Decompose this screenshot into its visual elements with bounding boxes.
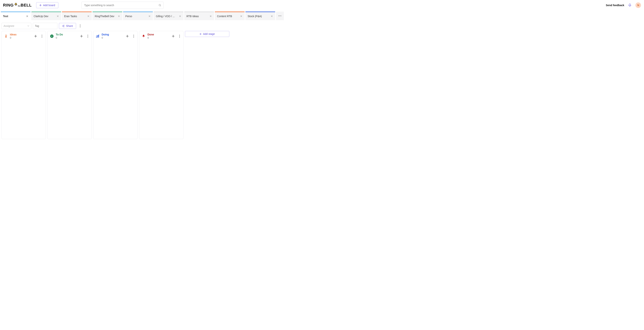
svg-point-17 bbox=[88, 36, 88, 36]
tabs-overflow-button[interactable] bbox=[276, 12, 284, 20]
svg-point-13 bbox=[42, 36, 42, 36]
svg-point-8 bbox=[80, 26, 80, 26]
svg-point-14 bbox=[42, 37, 42, 38]
avatar[interactable]: N bbox=[636, 2, 641, 8]
add-stage-label: Add stage bbox=[203, 32, 215, 36]
column-more-button[interactable] bbox=[86, 35, 90, 38]
column-todo: To Do 0 bbox=[47, 31, 92, 139]
svg-point-1 bbox=[278, 16, 279, 16]
tab-label: Eran Tasks bbox=[64, 15, 77, 18]
search-input[interactable] bbox=[82, 2, 164, 9]
logo[interactable]: RING the BELL bbox=[3, 3, 32, 8]
tab-label: Gifing / VDD / ... bbox=[156, 15, 175, 18]
svg-point-16 bbox=[88, 35, 88, 35]
column-more-button[interactable] bbox=[40, 35, 44, 38]
add-card-button[interactable] bbox=[33, 34, 38, 39]
column-title-wrap: Ideas 0 bbox=[10, 33, 31, 39]
svg-point-7 bbox=[80, 24, 80, 25]
close-icon[interactable]: ✕ bbox=[271, 15, 273, 18]
close-icon[interactable]: ✕ bbox=[57, 15, 59, 18]
tab-gifing-vdd[interactable]: Gifing / VDD / ... ✕ bbox=[154, 12, 184, 20]
compass-icon bbox=[50, 34, 54, 38]
close-icon[interactable]: ✕ bbox=[148, 15, 151, 18]
column-count: 0 bbox=[56, 36, 77, 39]
tab-test[interactable]: Test ✕ bbox=[1, 12, 30, 20]
tab-label: Stock (P&A) bbox=[248, 15, 262, 18]
svg-rect-19 bbox=[96, 36, 97, 38]
add-board-button[interactable]: Add board bbox=[36, 2, 58, 8]
share-icon bbox=[62, 25, 64, 27]
add-card-button[interactable] bbox=[125, 34, 130, 39]
close-icon[interactable]: ✕ bbox=[118, 15, 120, 18]
kanban-board: Ideas 0 To Do 0 bbox=[0, 31, 644, 141]
svg-point-3 bbox=[280, 16, 281, 16]
column-title: Doing bbox=[102, 33, 123, 36]
search-icon bbox=[158, 4, 161, 7]
share-button[interactable]: Share bbox=[59, 23, 76, 29]
header-right: Send feedback N bbox=[606, 2, 641, 8]
notifications-icon[interactable] bbox=[628, 3, 632, 7]
bell-icon bbox=[14, 2, 18, 6]
close-icon[interactable]: ✕ bbox=[210, 15, 212, 18]
chevron-down-icon bbox=[28, 25, 29, 26]
add-card-button[interactable] bbox=[170, 34, 176, 39]
bell-fill-icon bbox=[142, 34, 146, 38]
svg-point-9 bbox=[80, 27, 80, 27]
assignee-select[interactable]: Assignee bbox=[2, 23, 31, 29]
logo-text-ring: RING bbox=[3, 3, 14, 8]
column-ideas: Ideas 0 bbox=[2, 31, 46, 139]
close-icon[interactable]: ✕ bbox=[26, 15, 28, 18]
assignee-placeholder: Assignee bbox=[4, 24, 14, 28]
tab-label: RTB Ideas bbox=[186, 15, 199, 18]
column-more-button[interactable] bbox=[178, 35, 182, 38]
tab-clarkup-dev[interactable]: ClarkUp Dev ✕ bbox=[31, 12, 61, 20]
add-card-button[interactable] bbox=[79, 34, 84, 39]
column-count: 0 bbox=[10, 36, 31, 39]
column-doing: Doing 0 bbox=[93, 31, 138, 139]
svg-point-22 bbox=[133, 35, 134, 35]
tab-label: Content RTB bbox=[217, 15, 232, 18]
svg-rect-21 bbox=[98, 35, 99, 38]
tab-content-rtb[interactable]: Content RTB ✕ bbox=[215, 12, 244, 20]
column-header: To Do 0 bbox=[48, 31, 92, 40]
tag-input[interactable] bbox=[33, 23, 58, 29]
logo-text-bell: BELL bbox=[21, 3, 32, 8]
board-tabs: Test ✕ ClarkUp Dev ✕ Eran Tasks ✕ RingTh… bbox=[0, 12, 644, 20]
column-header: Done 0 bbox=[139, 31, 183, 40]
close-icon[interactable]: ✕ bbox=[240, 15, 242, 18]
add-stage-button[interactable]: Add stage bbox=[185, 31, 229, 37]
tab-ringthebell-dev[interactable]: RingTheBell Dev ✕ bbox=[92, 12, 122, 20]
send-feedback-link[interactable]: Send feedback bbox=[606, 4, 624, 7]
svg-point-26 bbox=[179, 36, 180, 36]
column-count: 0 bbox=[102, 36, 123, 39]
thermometer-icon bbox=[4, 34, 8, 38]
tab-rtb-ideas[interactable]: RTB Ideas ✕ bbox=[184, 12, 214, 20]
svg-point-5 bbox=[62, 26, 63, 26]
column-more-button[interactable] bbox=[132, 35, 136, 38]
logo-text-the: the bbox=[18, 5, 20, 7]
svg-point-12 bbox=[42, 35, 42, 35]
svg-point-23 bbox=[133, 36, 134, 36]
svg-point-24 bbox=[133, 37, 134, 38]
column-title-wrap: Done 0 bbox=[148, 33, 169, 39]
plus-icon bbox=[39, 4, 42, 6]
tab-label: Perso bbox=[125, 15, 132, 18]
close-icon[interactable]: ✕ bbox=[179, 15, 181, 18]
header: RING the BELL Add board Send feedback N bbox=[0, 0, 644, 10]
tab-stock-pa[interactable]: Stock (P&A) ✕ bbox=[245, 12, 275, 20]
search-container bbox=[82, 2, 164, 9]
tab-perso[interactable]: Perso ✕ bbox=[123, 12, 153, 20]
tab-eran-tasks[interactable]: Eran Tasks ✕ bbox=[62, 12, 92, 20]
svg-point-25 bbox=[179, 35, 180, 35]
column-count: 0 bbox=[148, 36, 169, 39]
column-title: Done bbox=[148, 33, 169, 36]
tab-label: RingTheBell Dev bbox=[95, 15, 114, 18]
column-done: Done 0 bbox=[139, 31, 184, 139]
toolbar-more-button[interactable] bbox=[78, 23, 83, 29]
svg-point-18 bbox=[88, 37, 88, 38]
column-title-wrap: To Do 0 bbox=[56, 33, 77, 39]
board-toolbar: Assignee Share bbox=[0, 20, 644, 31]
svg-point-4 bbox=[64, 25, 64, 26]
close-icon[interactable]: ✕ bbox=[87, 15, 90, 18]
column-title: To Do bbox=[56, 33, 77, 36]
